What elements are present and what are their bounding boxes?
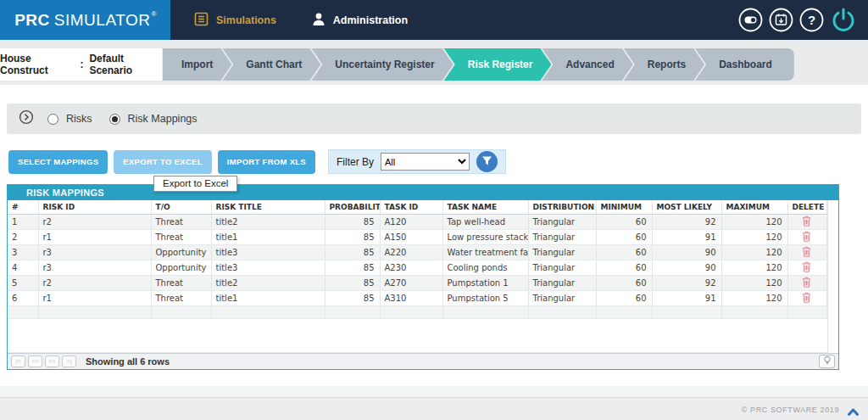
hint-button[interactable] [819,355,835,368]
risk-mappings-table: RISK MAPPINGS # RISK ID T/O RISK TITLE P… [7,184,839,370]
person-icon [312,12,326,29]
top-bar: PRC SIMULATOR ® Simulations Administrati… [0,0,868,40]
table-row[interactable]: 3r3Opportunitytitle385A220Water treatmen… [8,244,826,260]
empty-area [8,318,826,352]
col-distribution[interactable]: DISTRIBUTION [528,200,596,214]
top-icon-group: ? [737,6,868,35]
export-to-excel-button[interactable]: EXPORT TO EXCEL [114,150,212,174]
help-icon[interactable]: ? [798,7,825,33]
empty-row [8,305,826,318]
select-mappings-button[interactable]: SELECT MAPPINGS [8,150,108,174]
col-delete: DELETE [787,200,826,214]
pager-next-button[interactable]: >> [45,356,59,367]
table-row[interactable]: 6r1Threattitle185A310Pumpstation 5Triang… [8,290,826,305]
breadcrumb-separator: : [80,59,83,70]
list-icon [194,12,209,29]
risk-mappings-radio-label[interactable]: Risk Mappings [128,113,198,125]
tab-gantt-chart[interactable]: Gantt Chart [222,48,320,81]
project-name: House Construct [0,53,74,76]
filter-select[interactable]: All [381,153,470,171]
tab-advanced[interactable]: Advanced [542,48,632,81]
filter-by-label: Filter By [337,156,374,168]
row-count-status: Showing all 6 rows [86,356,170,367]
table-row[interactable]: 4r3Opportunitytitle385A230Cooling pondsT… [8,260,826,275]
toggle-icon[interactable] [737,7,764,33]
table-row[interactable]: 1r2Threattitle285A120Tap well-headTriang… [8,214,826,229]
workflow-tabs: Import Gantt Chart Uncertainty Register … [163,48,794,81]
col-risk-title[interactable]: RISK TITLE [211,200,325,214]
col-num[interactable]: # [8,200,38,214]
col-maximum[interactable]: MAXIMUM [721,200,787,214]
svg-text:?: ? [808,13,815,27]
pager-first-button[interactable]: |< [11,356,25,367]
table-body: # RISK ID T/O RISK TITLE PROBABILIT... T… [8,200,838,353]
delete-icon[interactable] [802,216,811,228]
filter-panel: Filter By All [328,149,506,174]
delete-icon[interactable] [802,231,811,244]
risks-radio[interactable] [47,114,58,125]
col-risk-id[interactable]: RISK ID [38,200,151,214]
scroll-top-icon[interactable] [847,405,860,420]
main-content: Risks Risk Mappings SELECT MAPPINGS EXPO… [0,85,868,386]
menu-simulations[interactable]: Simulations [194,12,276,29]
risk-mappings-radio[interactable] [109,114,120,125]
risks-radio-label[interactable]: Risks [66,113,92,125]
toolbar: SELECT MAPPINGS EXPORT TO EXCEL IMPORT F… [8,149,506,174]
col-most-likely[interactable]: MOST LIKELY [652,200,721,214]
delete-icon[interactable] [802,292,811,305]
app-logo[interactable]: PRC SIMULATOR ® [0,0,170,40]
pagination-bar: |< << >> >| Showing all 6 rows [8,353,838,369]
expand-chevron-icon[interactable] [19,109,34,128]
copyright-text: © PRC SOFTWARE 2019 [742,406,839,414]
main-menu: Simulations Administration [194,12,408,29]
table-row[interactable]: 2r1Threattitle185A150Low pressure stackT… [8,229,826,244]
logo-bold: PRC [14,11,50,30]
col-probability[interactable]: PROBABILIT... [325,200,380,214]
table-scrollbar[interactable] [827,200,839,353]
lightbulb-icon [823,354,832,369]
tab-risk-register[interactable]: Risk Register [444,48,552,81]
logo-registered-mark: ® [151,10,156,18]
tab-dashboard[interactable]: Dashboard [695,48,794,81]
table-header-row: # RISK ID T/O RISK TITLE PROBABILIT... T… [8,200,826,214]
table-row[interactable]: 5r2Threattitle285A270Pumpstation 1Triang… [8,275,826,290]
power-icon[interactable] [829,6,858,35]
menu-administration[interactable]: Administration [312,12,408,29]
export-tooltip: Export to Excel [153,176,237,192]
logo-rest: SIMULATOR [54,11,151,30]
delete-icon[interactable] [802,277,811,289]
table-title: RISK MAPPINGS [8,185,838,200]
col-minimum[interactable]: MINIMUM [596,200,652,214]
calendar-import-icon[interactable] [768,7,794,33]
col-task-id[interactable]: TASK ID [380,200,442,214]
import-from-xls-button[interactable]: IMPORT FROM XLS [218,150,315,174]
menu-administration-label: Administration [333,14,408,26]
scenario-name: Default Scenario [89,53,162,76]
pager-last-button[interactable]: >| [62,356,76,367]
menu-simulations-label: Simulations [216,14,276,26]
tab-import[interactable]: Import [163,48,231,81]
col-to[interactable]: T/O [151,200,211,214]
pager-prev-button[interactable]: << [28,356,42,367]
breadcrumb: House Construct : Default Scenario [0,48,162,81]
tab-reports[interactable]: Reports [624,48,704,81]
view-switch-bar: Risks Risk Mappings [7,104,861,134]
tab-uncertainty-register[interactable]: Uncertainty Register [311,48,453,81]
funnel-icon [481,155,492,169]
apply-filter-button[interactable] [476,151,498,172]
tab-zone: House Construct : Default Scenario Impor… [0,40,868,85]
delete-icon[interactable] [802,246,811,259]
delete-icon[interactable] [802,261,811,274]
col-task-name[interactable]: TASK NAME [442,200,528,214]
footer: © PRC SOFTWARE 2019 [0,397,868,420]
